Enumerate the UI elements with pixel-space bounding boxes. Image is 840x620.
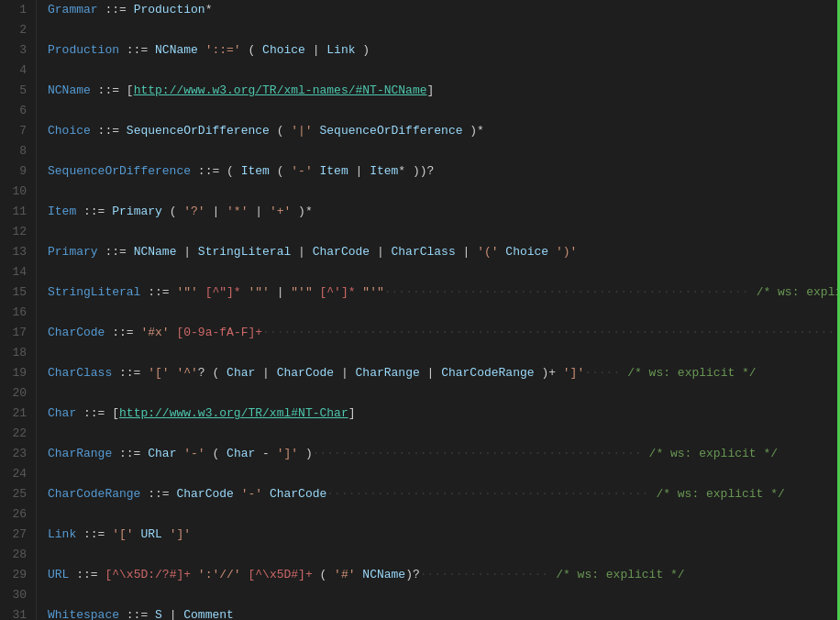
code-line: Production ::= NCName '::=' ( Choice | L… (48, 40, 840, 61)
line-number: 31 (0, 605, 27, 620)
token-str: '*' (227, 205, 248, 218)
token-item: NCName (134, 245, 177, 259)
token-regex: [^\x5D:/?#]+ (105, 568, 191, 581)
token-regex: [^\x5D#]+ (248, 568, 312, 581)
code-line: NCName ::= [http://www.w3.org/TR/xml-nam… (48, 81, 840, 101)
token-op: ::= (91, 83, 127, 97)
line-number: 16 (0, 303, 27, 323)
token-item: Primary (112, 205, 162, 218)
token-item: Link (326, 43, 355, 57)
token-dots: ········································… (326, 487, 648, 501)
token-str: ')' (556, 245, 577, 259)
line-number: 30 (0, 585, 27, 605)
token-kw: Grammar (48, 3, 98, 17)
token-punct (234, 487, 241, 501)
code-line: Item ::= Primary ( '?' | '*' | '+' )* (48, 202, 840, 222)
token-op: ::= (119, 608, 155, 620)
token-kw: CharClass (48, 366, 112, 380)
token-link[interactable]: http://www.w3.org/TR/xml-names/#NT-NCNam… (134, 83, 427, 97)
token-op: ::= (119, 43, 155, 57)
token-kw: StringLiteral (48, 285, 140, 299)
token-item: CharCode (270, 487, 326, 501)
token-str: '-' (183, 447, 204, 460)
token-punct: | (270, 285, 291, 299)
token-punct: | (334, 366, 355, 380)
token-kw: Link (48, 527, 76, 541)
link-anchor[interactable]: http://www.w3.org/TR/xml#NT-Char (119, 406, 348, 420)
token-item: Comment (183, 608, 234, 620)
code-line (48, 424, 840, 444)
code-content[interactable]: Grammar ::= Production*Production ::= NC… (37, 0, 840, 620)
token-punct (548, 245, 556, 259)
token-op: ::= (98, 3, 134, 17)
code-line (48, 504, 840, 525)
token-kw: Production (48, 43, 119, 57)
code-line (48, 20, 840, 40)
code-line (48, 222, 840, 242)
line-number: 2 (0, 20, 27, 40)
line-number: 11 (0, 202, 27, 222)
token-item: NCName (155, 43, 198, 57)
token-str: '|' (291, 124, 312, 138)
line-number: 6 (0, 101, 27, 121)
line-number: 17 (0, 323, 27, 343)
token-item: CharCodeRange (441, 366, 534, 380)
token-regex: [0-9a-fA-F]+ (176, 326, 262, 339)
line-number: 14 (0, 262, 27, 282)
line-number: 23 (0, 444, 27, 464)
token-kw: SequenceOrDifference (48, 164, 191, 178)
token-item: StringLiteral (198, 245, 291, 259)
token-op: ::= (112, 447, 148, 460)
line-number: 26 (0, 504, 27, 525)
token-str: ']' (563, 366, 584, 380)
token-link[interactable]: http://www.w3.org/TR/xml#NT-Char (119, 406, 348, 420)
link-anchor[interactable]: http://www.w3.org/TR/xml-names/#NT-NCNam… (134, 83, 427, 97)
token-str: '#' (334, 568, 355, 581)
token-punct: ] (348, 406, 356, 420)
line-number: 5 (0, 81, 27, 101)
line-number: 20 (0, 383, 27, 404)
token-str: '"' (176, 285, 197, 299)
token-str: '+' (270, 205, 291, 218)
token-item: CharCode (313, 245, 370, 259)
token-item: Char (148, 447, 176, 460)
token-punct: ( (313, 568, 334, 581)
token-punct: [ (127, 83, 134, 97)
code-line: Choice ::= SequenceOrDifference ( '|' Se… (48, 121, 840, 141)
token-dots: ········································… (313, 447, 642, 460)
token-op: ::= (191, 164, 227, 178)
code-container: 1234567891011121314151617181920212223242… (0, 0, 840, 620)
token-str: '(' (477, 245, 498, 259)
code-line: CharCode ::= '#x' [0-9a-fA-F]+··········… (48, 323, 840, 343)
token-punct: ? ( (198, 366, 227, 380)
token-punct: - (255, 447, 276, 460)
code-line: SequenceOrDifference ::= ( Item ( '-' It… (48, 161, 840, 182)
token-str: '?' (183, 205, 204, 218)
token-op: ::= (76, 406, 112, 420)
token-punct: | (255, 366, 276, 380)
token-str: '^' (176, 366, 197, 380)
token-item: Item (320, 164, 348, 178)
code-line (48, 262, 840, 282)
code-line (48, 61, 840, 81)
token-kw: NCName (48, 83, 91, 97)
token-punct: )* (463, 124, 484, 138)
code-line (48, 141, 840, 161)
token-item: URL (140, 527, 161, 541)
token-punct: | (205, 205, 227, 218)
token-punct: | (348, 164, 370, 178)
token-item: S (155, 608, 162, 620)
token-str: '-' (291, 164, 312, 178)
line-number: 29 (0, 565, 27, 585)
token-op: ::= (76, 527, 112, 541)
token-item: SequenceOrDifference (319, 124, 462, 138)
token-punct: ( (162, 205, 183, 218)
token-item: Choice (262, 43, 305, 57)
token-wscomment: /* ws: explicit */ (749, 285, 840, 299)
token-dots: ·················· (420, 568, 548, 581)
token-kw: Item (48, 205, 76, 218)
token-dots: ····· (584, 366, 620, 380)
token-op: ::= (105, 326, 140, 339)
token-kw: Char (48, 406, 76, 420)
code-line: CharRange ::= Char '-' ( Char - ']' )···… (48, 444, 840, 464)
